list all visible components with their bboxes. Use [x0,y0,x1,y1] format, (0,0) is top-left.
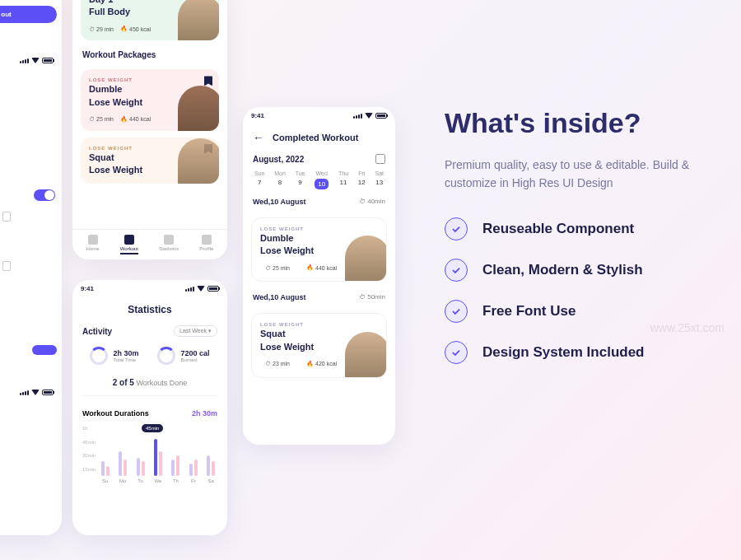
time-ring [90,347,108,365]
calories-val: 330kcal [0,164,62,178]
rest-toggle[interactable] [34,189,55,201]
chart-total: 2h 30m [192,409,217,418]
phone-workout: LOSE WEIGHT Day 1 Full Body ⏱29 min 🔥450… [72,0,227,259]
action-btn[interactable] [32,345,57,355]
calendar-icon[interactable] [375,154,385,164]
clock-icon: ⏱ [359,198,366,205]
week-header: Sun7 Mon8 Tue9 Wed10 Thu11 Fri12 Sat13 [243,167,395,193]
chart-tooltip: 45min [142,424,163,432]
person-image [178,86,219,131]
workout-card-squat[interactable]: LOSE WEIGHT Squat Lose Weight [81,138,219,184]
stats-icon [164,235,174,245]
selected-date[interactable]: 10 [315,179,329,189]
phone-fragment-left: 20min out s 0 Calories 330kcal Rest 🎉 or… [0,0,62,535]
workout-hint: orkout [0,423,62,437]
period-dropdown[interactable]: Last Week ▾ [174,325,217,337]
person-image [178,0,219,40]
completed-card-squat[interactable]: LOSE WEIGHT Squat Lose Weight ⏱23 min 🔥4… [251,313,387,377]
chart-title: Workout Durations [82,409,149,418]
clock-icon: ⏱ [89,26,95,32]
person-image [345,332,387,377]
cal-ring [157,347,175,365]
feature-item: Clean, Modern & Stylish [445,259,716,282]
check-icon [445,300,468,323]
calories-label: Calories [0,150,62,164]
check-icon [445,217,468,240]
workout-card-day1[interactable]: LOSE WEIGHT Day 1 Full Body ⏱29 min 🔥450… [81,0,219,40]
clock-icon: ⏱ [359,293,366,301]
activity-label: Activity [82,327,112,336]
nav-home[interactable]: Home [86,235,100,254]
profile-icon [202,235,212,245]
section-title: Workout Packages [72,47,227,63]
check-icon [445,259,468,282]
time-badge: 20min [0,0,62,1]
nav-statistics[interactable]: Statistics [159,235,179,254]
phone-completed: 9:41 ← Completed Workout August, 2022 Su… [243,107,395,445]
check-icon [445,341,468,364]
home-icon [88,235,98,245]
page-title: Statistics [72,297,227,325]
nav-profile[interactable]: Profile [199,235,213,254]
workouts-done: 2 of 5 Workouts Done [72,375,227,390]
phone-statistics: 9:41 Statistics Activity Last Week ▾ 2h … [72,280,227,535]
month-label: August, 2022 [253,155,304,164]
completed-card-dumble[interactable]: LOSE WEIGHT Dumble Lose Weight ⏱25 min 🔥… [251,217,387,282]
back-button[interactable]: ← [253,131,264,144]
date-label: Wed,10 August [253,293,306,301]
workout-button[interactable]: out [0,6,57,23]
feature-item: Design System Included [445,341,716,364]
feature-item: Reuseable Component [445,217,716,240]
person-image [178,138,219,184]
dy: dy [0,437,62,451]
headline: What's inside? [445,107,716,139]
fire-icon: 🔥 [120,26,128,32]
bookmark-icon [2,261,11,271]
workout-card-dumble[interactable]: LOSE WEIGHT Dumble Lose Weight ⏱25 min 🔥… [81,69,219,130]
person-image [345,236,387,281]
bookmark-icon [2,212,11,222]
page-title: Completed Workout [273,133,358,142]
description: Premium quality, easy to use & editable.… [445,156,716,193]
date-label: Wed,10 August [253,198,306,206]
feature-item: Free Font Use [445,300,716,323]
nav-workout[interactable]: Workout [120,235,138,254]
marketing-panel: What's inside? Premium quality, easy to … [445,107,716,382]
workout-icon [124,235,134,245]
duration-chart: 1h45min30min15min 45min Su Mo Tu We Th F… [82,426,217,483]
bottom-nav: Home Workout Statistics Profile [72,229,227,259]
watermark: www.25xt.com [650,321,725,334]
